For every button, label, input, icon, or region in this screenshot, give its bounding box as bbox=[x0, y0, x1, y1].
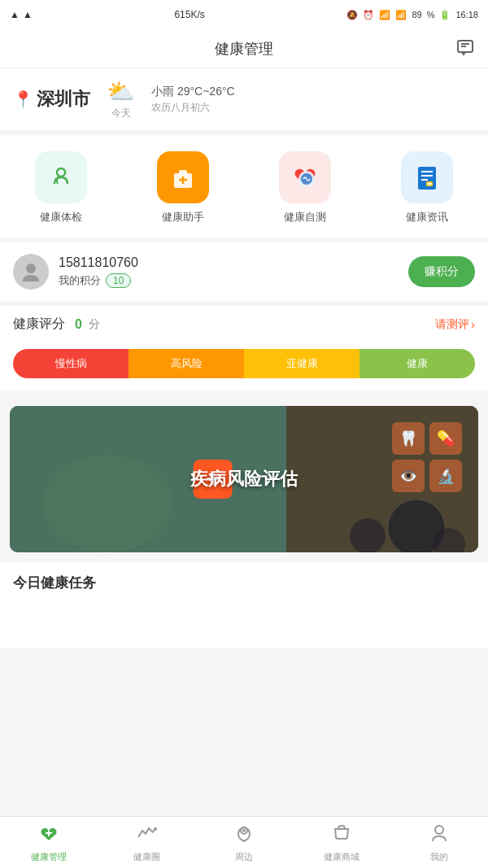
status-left: ▲ ▲ bbox=[10, 9, 33, 20]
nav-health-shop-label: 健康商城 bbox=[324, 851, 359, 863]
jkft-label: 健康体检 bbox=[40, 210, 82, 225]
score-badge: 10 bbox=[106, 273, 131, 288]
svg-point-25 bbox=[154, 827, 157, 831]
disease-risk-banner[interactable]: + 🦷 💊 👁️ 🔬 疾病风险评估 bbox=[10, 406, 478, 552]
nav-health-shop[interactable]: 健康商城 bbox=[293, 817, 390, 868]
bar-track: 慢性病 高风险 亚健康 健康 bbox=[13, 349, 475, 378]
nav-health-mgmt-icon bbox=[38, 822, 59, 848]
bar-chronic: 慢性病 bbox=[13, 349, 129, 378]
battery-percent-sign: % bbox=[427, 10, 435, 20]
score-bar-section: 慢性病 高风险 亚健康 健康 bbox=[0, 342, 488, 396]
nav-mine-label: 我的 bbox=[430, 851, 448, 863]
nav-health-mgmt-label: 健康管理 bbox=[31, 851, 67, 863]
user-score: 我的积分 10 bbox=[59, 273, 138, 288]
weather-description: 小雨 29°C~26°C 农历八月初六 bbox=[151, 85, 235, 115]
weather-lunar-text: 农历八月初六 bbox=[151, 101, 235, 115]
jkzc-icon bbox=[279, 151, 331, 203]
health-score-action[interactable]: 请测评 › bbox=[435, 317, 475, 332]
bar-healthy: 健康 bbox=[359, 349, 475, 378]
quick-icon-jkzx[interactable]: 健康资讯 bbox=[401, 151, 453, 225]
nav-nearby-icon bbox=[233, 822, 255, 848]
health-score-row: 健康评分 0 分 请测评 › bbox=[0, 306, 488, 342]
weather-main-text: 小雨 29°C~26°C bbox=[151, 85, 235, 99]
jkzs-label: 健康助手 bbox=[162, 210, 204, 225]
nav-health-circle-icon bbox=[136, 822, 157, 848]
weather-info: ⛅ 今天 bbox=[107, 78, 135, 120]
weather-cloud-icon: ⛅ bbox=[107, 78, 135, 105]
location: 📍 深圳市 bbox=[13, 87, 90, 111]
user-avatar bbox=[13, 254, 49, 290]
nav-nearby[interactable]: 周边 bbox=[195, 817, 293, 868]
health-score-left: 健康评分 0 分 bbox=[13, 316, 100, 333]
quick-icon-jkzs[interactable]: 健康助手 bbox=[157, 151, 209, 225]
time-display: 16:18 bbox=[455, 10, 478, 20]
quick-icon-jkft[interactable]: 健康体检 bbox=[35, 151, 87, 225]
weather-bar: 📍 深圳市 ⛅ 今天 小雨 29°C~26°C 农历八月初六 bbox=[0, 68, 488, 135]
bar-high-risk: 高风险 bbox=[129, 349, 244, 378]
warning-icon: ▲ bbox=[10, 9, 20, 20]
quick-icon-jkzc[interactable]: 健康自测 bbox=[279, 151, 331, 225]
message-icon[interactable] bbox=[455, 37, 475, 60]
nav-mine[interactable]: 我的 bbox=[390, 817, 488, 868]
location-pin-icon: 📍 bbox=[13, 89, 33, 109]
jkzs-icon bbox=[157, 151, 209, 203]
mute-icon: 🔕 bbox=[346, 10, 358, 20]
status-speed: 615K/s bbox=[174, 9, 204, 20]
nav-mine-icon bbox=[429, 822, 450, 848]
signal-icon: ▲ bbox=[23, 9, 33, 20]
signal-bars: 📶 bbox=[395, 10, 407, 20]
nav-health-shop-icon bbox=[331, 822, 352, 848]
alarm-icon: ⏰ bbox=[363, 10, 374, 20]
jkft-icon bbox=[35, 151, 87, 203]
battery-percent: 89 bbox=[412, 10, 421, 20]
health-score-unit: 分 bbox=[89, 317, 100, 332]
earn-points-button[interactable]: 赚积分 bbox=[408, 256, 475, 287]
nav-health-circle[interactable]: 健康圈 bbox=[98, 817, 195, 868]
svg-point-27 bbox=[242, 829, 246, 832]
nav-health-circle-label: 健康圈 bbox=[133, 851, 160, 863]
status-right: 🔕 ⏰ 📶 📶 89 % 🔋 16:18 bbox=[346, 10, 478, 20]
my-score-label: 我的积分 bbox=[59, 273, 101, 288]
weather-day: 今天 bbox=[111, 107, 131, 120]
health-score-value: 0 bbox=[75, 317, 82, 332]
jkzx-label: 健康资讯 bbox=[406, 210, 448, 225]
today-tasks-content bbox=[0, 599, 488, 648]
user-bar: 15811810760 我的积分 10 赚积分 bbox=[0, 242, 488, 306]
page-title: 健康管理 bbox=[215, 39, 273, 59]
city-name: 深圳市 bbox=[37, 87, 90, 111]
nav-health-mgmt[interactable]: 健康管理 bbox=[0, 817, 98, 868]
bottom-nav: 健康管理 健康圈 周边 健康商城 bbox=[0, 816, 488, 868]
banner-overlay: 疾病风险评估 bbox=[10, 406, 478, 552]
banner-title: 疾病风险评估 bbox=[190, 467, 298, 491]
quick-icons-section: 健康体检 健康助手 健康自测 bbox=[0, 135, 488, 242]
svg-point-28 bbox=[435, 826, 443, 834]
wifi-icon: 📶 bbox=[379, 10, 390, 20]
user-phone: 15811810760 bbox=[59, 255, 138, 270]
health-score-action-label: 请测评 bbox=[435, 317, 469, 332]
battery-icon: 🔋 bbox=[439, 10, 451, 20]
today-tasks-title: 今日健康任务 bbox=[0, 562, 488, 599]
app-header: 健康管理 bbox=[0, 29, 488, 68]
status-bar: ▲ ▲ 615K/s 🔕 ⏰ 📶 📶 89 % 🔋 16:18 bbox=[0, 0, 488, 29]
chevron-right-icon: › bbox=[471, 318, 475, 331]
jkzc-label: 健康自测 bbox=[284, 210, 326, 225]
bar-sub-health: 亚健康 bbox=[244, 349, 359, 378]
user-left: 15811810760 我的积分 10 bbox=[13, 254, 138, 290]
nav-nearby-label: 周边 bbox=[235, 851, 253, 863]
jkzx-icon bbox=[401, 151, 453, 203]
svg-point-1 bbox=[57, 168, 65, 177]
svg-rect-3 bbox=[179, 170, 187, 175]
health-score-label: 健康评分 bbox=[13, 316, 65, 333]
user-info: 15811810760 我的积分 10 bbox=[59, 255, 138, 288]
svg-point-15 bbox=[26, 264, 36, 273]
